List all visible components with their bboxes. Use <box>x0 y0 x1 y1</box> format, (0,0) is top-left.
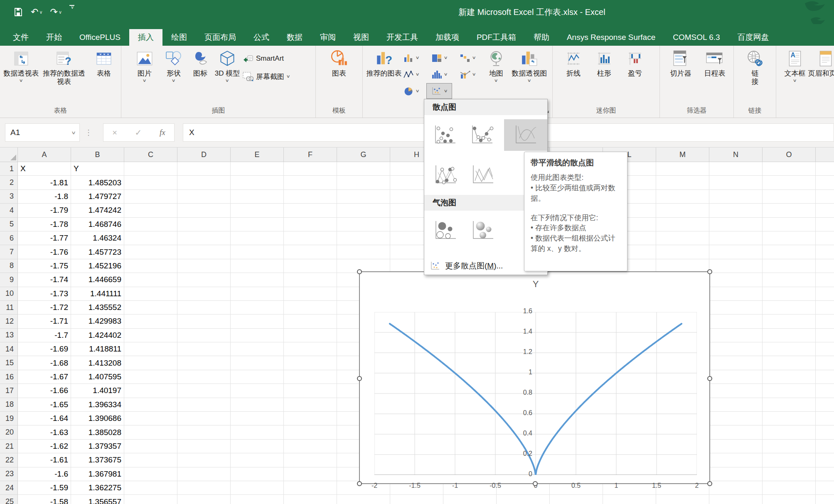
column-header-O[interactable]: O <box>763 148 816 162</box>
cell-J25[interactable] <box>497 495 550 504</box>
cell-O12[interactable] <box>763 315 816 328</box>
cell-F13[interactable] <box>284 329 337 342</box>
column-header-D[interactable]: D <box>177 148 231 162</box>
cell-G25[interactable] <box>337 495 390 504</box>
cell-E25[interactable] <box>231 495 284 504</box>
cell-B11[interactable]: 1.435552 <box>71 301 124 315</box>
undo-icon[interactable]: ↶∨ <box>29 5 44 19</box>
cell-F8[interactable] <box>284 259 337 273</box>
tab-加载项[interactable]: 加载项 <box>427 29 468 46</box>
cell-D2[interactable] <box>177 176 231 189</box>
chart-handle-top-right[interactable] <box>707 269 712 274</box>
cell-E17[interactable] <box>231 384 284 398</box>
cell-partial[interactable] <box>816 301 834 315</box>
cell-A10[interactable]: -1.73 <box>18 287 71 301</box>
cell-D8[interactable] <box>177 259 231 273</box>
cell-M6[interactable] <box>656 231 709 245</box>
cell-partial[interactable] <box>816 231 834 245</box>
cell-A4[interactable]: -1.79 <box>18 204 71 217</box>
cell-F21[interactable] <box>284 440 337 453</box>
tab-插入[interactable]: 插入 <box>129 29 162 46</box>
cell-O17[interactable] <box>763 384 816 398</box>
cell-partial[interactable] <box>816 425 834 439</box>
cell-O10[interactable] <box>763 287 816 301</box>
cell-I25[interactable] <box>443 495 497 504</box>
chart-type-treemap-button[interactable]: ∨ <box>426 50 452 66</box>
tab-数据[interactable]: 数据 <box>278 29 311 46</box>
cell-N18[interactable] <box>709 398 763 412</box>
cell-M2[interactable] <box>656 176 709 189</box>
customize-qat-icon[interactable]: ∨ <box>68 5 76 19</box>
select-all-corner[interactable] <box>0 148 18 162</box>
cell-D5[interactable] <box>177 218 231 231</box>
cell-B3[interactable]: 1.479727 <box>71 190 124 204</box>
cell-N5[interactable] <box>709 218 763 231</box>
cell-E20[interactable] <box>231 425 284 439</box>
cell-O18[interactable] <box>763 398 816 412</box>
cell-partial[interactable] <box>816 495 834 504</box>
cell-D16[interactable] <box>177 370 231 384</box>
cell-partial[interactable] <box>816 245 834 259</box>
cell-N19[interactable] <box>709 412 763 425</box>
cancel-entry-icon[interactable]: × <box>112 128 117 138</box>
cell-E13[interactable] <box>231 329 284 342</box>
chart-type-line-button[interactable]: ∨ <box>398 66 424 82</box>
cell-partial[interactable] <box>816 412 834 425</box>
row-header-24[interactable]: 24 <box>0 481 18 495</box>
cell-N2[interactable] <box>709 176 763 189</box>
row-header-17[interactable]: 17 <box>0 384 18 398</box>
recommended-pivot-button[interactable]: ? 推荐的数据透视表 <box>41 49 87 86</box>
name-box-chevron-icon[interactable]: ∨ <box>71 130 76 135</box>
cell-F5[interactable] <box>284 218 337 231</box>
cell-N9[interactable] <box>709 273 763 287</box>
cell-O21[interactable] <box>763 440 816 453</box>
cell-B7[interactable]: 1.457723 <box>71 245 124 259</box>
row-header-12[interactable]: 12 <box>0 315 18 328</box>
cell-B17[interactable]: 1.40197 <box>71 384 124 398</box>
cell-D13[interactable] <box>177 329 231 342</box>
cell-L25[interactable] <box>603 495 656 504</box>
table-button[interactable]: 表格 <box>89 49 119 78</box>
cell-A16[interactable]: -1.67 <box>18 370 71 384</box>
cell-A17[interactable]: -1.66 <box>18 384 71 398</box>
cell-O23[interactable] <box>763 467 816 481</box>
cell-A2[interactable]: -1.81 <box>18 176 71 189</box>
cell-D12[interactable] <box>177 315 231 328</box>
cell-partial[interactable] <box>816 190 834 204</box>
cell-F12[interactable] <box>284 315 337 328</box>
cell-A7[interactable]: -1.76 <box>18 245 71 259</box>
cell-C11[interactable] <box>124 301 177 315</box>
cell-C25[interactable] <box>124 495 177 504</box>
dropdown-item-bubble[interactable] <box>430 215 461 246</box>
cell-D1[interactable] <box>177 162 231 176</box>
map-button[interactable]: 地图 ∨ <box>484 49 508 83</box>
cell-C5[interactable] <box>124 218 177 231</box>
cell-B10[interactable]: 1.441111 <box>71 287 124 301</box>
cell-G7[interactable] <box>337 245 390 259</box>
cell-N14[interactable] <box>709 342 763 356</box>
row-header-19[interactable]: 19 <box>0 412 18 425</box>
chart-type-pie-button[interactable]: ∨ <box>398 83 424 99</box>
sparkline-winloss-button[interactable]: 盈亏 <box>621 49 649 78</box>
link-button[interactable]: 链接 <box>743 49 768 86</box>
cell-B25[interactable]: 1.356557 <box>71 495 124 504</box>
cell-F11[interactable] <box>284 301 337 315</box>
tab-OfficePLUS[interactable]: OfficePLUS <box>71 29 129 46</box>
cell-A11[interactable]: -1.72 <box>18 301 71 315</box>
chart-type-histogram-button[interactable]: ∨ <box>426 66 452 82</box>
cell-D22[interactable] <box>177 453 231 467</box>
cell-E6[interactable] <box>231 231 284 245</box>
cell-A14[interactable]: -1.69 <box>18 342 71 356</box>
cell-D14[interactable] <box>177 342 231 356</box>
cell-C14[interactable] <box>124 342 177 356</box>
chart-handle-top-left[interactable] <box>357 269 362 274</box>
pivot-table-button[interactable]: 数据透视表 ∨ <box>3 49 39 83</box>
row-header-18[interactable]: 18 <box>0 398 18 412</box>
cell-A12[interactable]: -1.71 <box>18 315 71 328</box>
row-header-6[interactable]: 6 <box>0 231 18 245</box>
cell-O7[interactable] <box>763 245 816 259</box>
row-header-20[interactable]: 20 <box>0 425 18 439</box>
cell-A5[interactable]: -1.78 <box>18 218 71 231</box>
row-header-4[interactable]: 4 <box>0 204 18 217</box>
cell-F1[interactable] <box>284 162 337 176</box>
